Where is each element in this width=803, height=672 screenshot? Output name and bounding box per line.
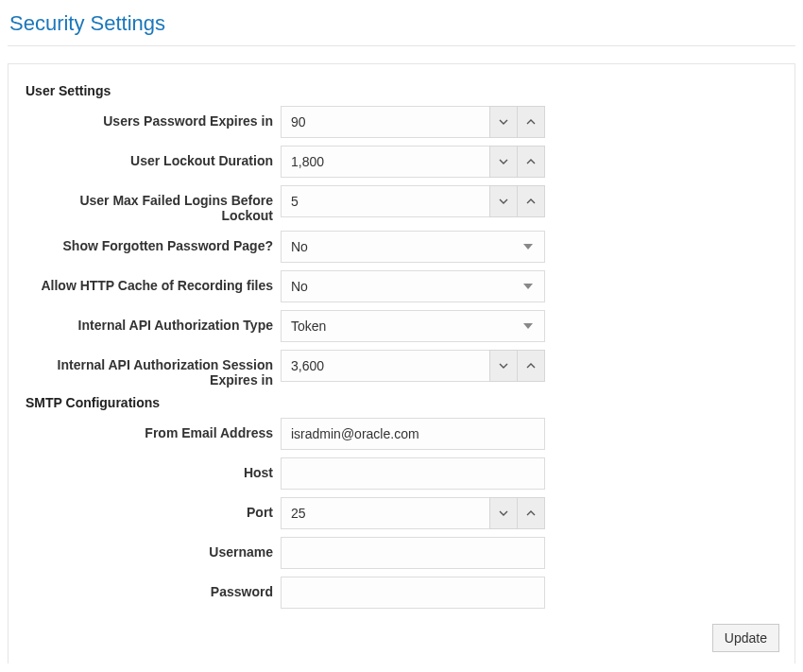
- row-api-session-expires: Internal API Authorization Session Expir…: [26, 350, 777, 388]
- select-show-forgotten[interactable]: No: [281, 231, 545, 263]
- chevron-down-icon: [499, 509, 508, 517]
- caret-down-icon: [521, 240, 535, 253]
- label-password: Password: [26, 577, 281, 599]
- input-from-email[interactable]: [281, 418, 545, 450]
- row-api-auth-type: Internal API Authorization Type Token: [26, 310, 777, 342]
- chevron-up-icon: [526, 362, 536, 370]
- row-lockout-duration: User Lockout Duration: [26, 146, 777, 178]
- input-username[interactable]: [281, 537, 545, 569]
- input-max-failed-logins[interactable]: [281, 185, 489, 217]
- section-user-settings: User Settings: [26, 83, 777, 98]
- chevron-down-icon: [499, 118, 508, 126]
- label-password-expires: Users Password Expires in: [26, 106, 281, 129]
- chevron-up-icon: [526, 158, 536, 165]
- chevron-down-icon: [499, 198, 508, 205]
- spinner-down-password-expires[interactable]: [489, 106, 518, 138]
- row-host: Host: [26, 457, 777, 490]
- spinner-password-expires: [281, 106, 545, 138]
- caret-down-icon: [521, 319, 535, 333]
- label-show-forgotten: Show Forgotten Password Page?: [26, 231, 281, 253]
- select-value-allow-http-cache: No: [291, 279, 521, 294]
- spinner-up-port[interactable]: [517, 497, 545, 529]
- input-password-expires[interactable]: [281, 106, 489, 138]
- row-port: Port: [26, 497, 777, 529]
- label-port: Port: [26, 497, 281, 520]
- spinner-lockout-duration: [281, 146, 545, 178]
- spinner-down-lockout-duration[interactable]: [489, 146, 518, 178]
- update-button[interactable]: Update: [712, 624, 779, 652]
- select-value-show-forgotten: No: [291, 239, 521, 254]
- row-username: Username: [26, 537, 777, 569]
- spinner-up-api-session-expires[interactable]: [517, 350, 545, 382]
- label-lockout-duration: User Lockout Duration: [26, 146, 281, 168]
- page-title: Security Settings: [8, 8, 795, 45]
- select-allow-http-cache[interactable]: No: [281, 270, 545, 302]
- chevron-down-icon: [499, 158, 508, 165]
- select-value-api-auth-type: Token: [291, 319, 521, 334]
- input-password[interactable]: [281, 577, 545, 609]
- label-api-auth-type: Internal API Authorization Type: [26, 310, 281, 333]
- divider: [8, 45, 795, 46]
- chevron-up-icon: [526, 118, 536, 126]
- settings-panel: User Settings Users Password Expires in …: [8, 63, 795, 663]
- row-max-failed-logins: User Max Failed Logins Before Lockout: [26, 185, 777, 223]
- label-api-session-expires: Internal API Authorization Session Expir…: [26, 350, 281, 388]
- input-lockout-duration[interactable]: [281, 146, 489, 178]
- row-show-forgotten: Show Forgotten Password Page? No: [26, 231, 777, 263]
- chevron-up-icon: [526, 509, 536, 517]
- label-host: Host: [26, 457, 281, 480]
- label-username: Username: [26, 537, 281, 560]
- section-smtp-configurations: SMTP Configurations: [26, 395, 777, 410]
- input-host[interactable]: [281, 457, 545, 490]
- label-allow-http-cache: Allow HTTP Cache of Recording files: [26, 270, 281, 293]
- row-password-expires: Users Password Expires in: [26, 106, 777, 138]
- select-api-auth-type[interactable]: Token: [281, 310, 545, 342]
- spinner-port: [281, 497, 545, 529]
- label-from-email: From Email Address: [26, 418, 281, 440]
- input-api-session-expires[interactable]: [281, 350, 489, 382]
- spinner-api-session-expires: [281, 350, 545, 382]
- row-from-email: From Email Address: [26, 418, 777, 450]
- label-max-failed-logins: User Max Failed Logins Before Lockout: [26, 185, 281, 223]
- input-port[interactable]: [281, 497, 489, 529]
- chevron-down-icon: [499, 362, 508, 370]
- spinner-max-failed-logins: [281, 185, 545, 217]
- spinner-up-password-expires[interactable]: [517, 106, 545, 138]
- row-password: Password: [26, 577, 777, 609]
- spinner-up-max-failed-logins[interactable]: [517, 185, 545, 217]
- spinner-down-max-failed-logins[interactable]: [489, 185, 518, 217]
- spinner-down-port[interactable]: [489, 497, 518, 529]
- caret-down-icon: [521, 280, 535, 293]
- row-allow-http-cache: Allow HTTP Cache of Recording files No: [26, 270, 777, 302]
- spinner-down-api-session-expires[interactable]: [489, 350, 518, 382]
- chevron-up-icon: [526, 198, 536, 205]
- spinner-up-lockout-duration[interactable]: [517, 146, 545, 178]
